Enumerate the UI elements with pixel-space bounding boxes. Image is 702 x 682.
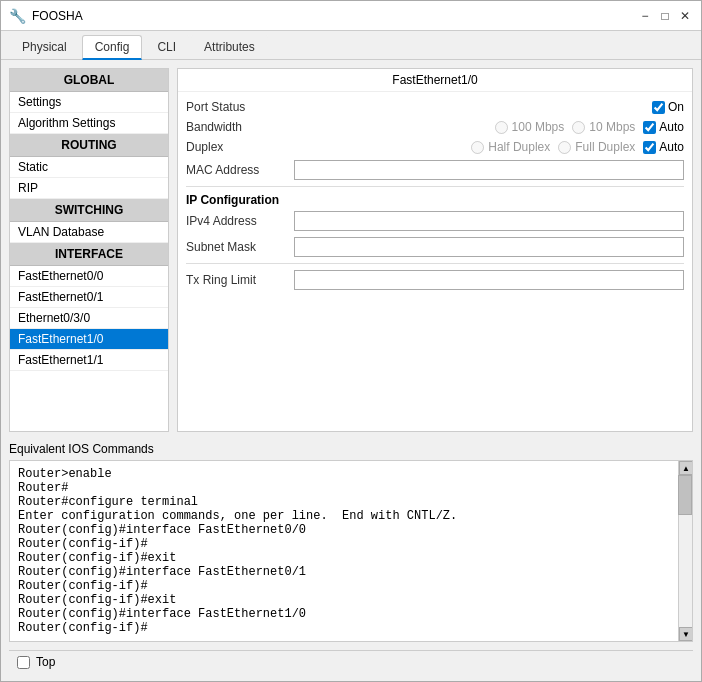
ios-commands-text: Router>enable Router# Router#configure t… [10,461,678,641]
ios-scrollbar[interactable]: ▲ ▼ [678,461,692,641]
scrollbar-thumb[interactable] [678,475,692,515]
sidebar-header-switching[interactable]: SWITCHING [10,199,168,222]
title-controls: − □ ✕ [637,8,693,24]
ip-config-header: IP Configuration [186,193,684,207]
title-bar-left: 🔧 FOOSHA [9,8,83,24]
main-window: 🔧 FOOSHA − □ ✕ Physical Config CLI Attri… [0,0,702,682]
sidebar-item-fastethernet0-0[interactable]: FastEthernet0/0 [10,266,168,287]
duplex-full-group: Full Duplex [558,140,635,154]
subnet-input[interactable]: 255.255.255.252 [294,237,684,257]
bandwidth-options: 100 Mbps 10 Mbps Auto [294,120,684,134]
bandwidth-100mbps-radio[interactable] [495,121,508,134]
bandwidth-label: Bandwidth [186,120,286,134]
sidebar: GLOBAL Settings Algorithm Settings ROUTI… [9,68,169,432]
bandwidth-auto-group: Auto [643,120,684,134]
duplex-label: Duplex [186,140,286,154]
duplex-auto-label: Auto [659,140,684,154]
sidebar-item-fastethernet1-0[interactable]: FastEthernet1/0 [10,329,168,350]
sidebar-item-fastethernet1-1[interactable]: FastEthernet1/1 [10,350,168,371]
duplex-half-group: Half Duplex [471,140,550,154]
ipv4-row: IPv4 Address 10.8.27.149 [186,211,684,231]
sidebar-item-settings[interactable]: Settings [10,92,168,113]
scrollbar-arrow-up[interactable]: ▲ [679,461,693,475]
sidebar-item-ethernet0-3-0[interactable]: Ethernet0/3/0 [10,308,168,329]
interface-title: FastEthernet1/0 [178,69,692,92]
scrollbar-track[interactable] [679,475,692,627]
bandwidth-10mbps-label: 10 Mbps [589,120,635,134]
tx-ring-label: Tx Ring Limit [186,273,286,287]
bandwidth-10mbps-group: 10 Mbps [572,120,635,134]
app-title: FOOSHA [32,9,83,23]
port-status-label: Port Status [186,100,286,114]
content-area: GLOBAL Settings Algorithm Settings ROUTI… [1,60,701,681]
tab-config[interactable]: Config [82,35,143,60]
port-status-checkbox[interactable] [652,101,665,114]
port-status-on-group: On [652,100,684,114]
scrollbar-arrow-down[interactable]: ▼ [679,627,693,641]
mac-address-row: MAC Address 00D0.FF10.9601 [186,160,684,180]
duplex-options: Half Duplex Full Duplex Auto [294,140,684,154]
tabs-bar: Physical Config CLI Attributes [1,31,701,60]
tab-attributes[interactable]: Attributes [191,35,268,59]
right-panel-content: Port Status On Bandwidth [178,92,692,431]
bandwidth-100mbps-label: 100 Mbps [512,120,565,134]
sidebar-item-rip[interactable]: RIP [10,178,168,199]
app-icon: 🔧 [9,8,26,24]
sidebar-item-static[interactable]: Static [10,157,168,178]
bandwidth-auto-checkbox[interactable] [643,121,656,134]
sidebar-header-global[interactable]: GLOBAL [10,69,168,92]
ios-commands-box: Router>enable Router# Router#configure t… [9,460,693,642]
bandwidth-auto-label: Auto [659,120,684,134]
port-status-on-label: On [668,100,684,114]
duplex-half-label: Half Duplex [488,140,550,154]
subnet-row: Subnet Mask 255.255.255.252 [186,237,684,257]
subnet-label: Subnet Mask [186,240,286,254]
duplex-full-radio[interactable] [558,141,571,154]
close-button[interactable]: ✕ [677,8,693,24]
duplex-half-radio[interactable] [471,141,484,154]
duplex-full-label: Full Duplex [575,140,635,154]
equivalent-ios-section: Equivalent IOS Commands Router>enable Ro… [9,440,693,642]
duplex-row: Duplex Half Duplex Full Duplex [186,140,684,154]
title-bar: 🔧 FOOSHA − □ ✕ [1,1,701,31]
port-status-options: On [294,100,684,114]
divider-2 [186,263,684,264]
tab-cli[interactable]: CLI [144,35,189,59]
top-label: Top [36,655,55,669]
maximize-button[interactable]: □ [657,8,673,24]
duplex-auto-checkbox[interactable] [643,141,656,154]
right-panel: FastEthernet1/0 Port Status On [177,68,693,432]
bandwidth-100mbps-group: 100 Mbps [495,120,565,134]
sidebar-header-interface[interactable]: INTERFACE [10,243,168,266]
sidebar-item-algorithm-settings[interactable]: Algorithm Settings [10,113,168,134]
minimize-button[interactable]: − [637,8,653,24]
bandwidth-row: Bandwidth 100 Mbps 10 Mbps [186,120,684,134]
ipv4-input[interactable]: 10.8.27.149 [294,211,684,231]
mac-address-label: MAC Address [186,163,286,177]
sidebar-scroll[interactable]: GLOBAL Settings Algorithm Settings ROUTI… [10,69,168,431]
tx-ring-row: Tx Ring Limit 10 [186,270,684,290]
main-panel: GLOBAL Settings Algorithm Settings ROUTI… [9,68,693,432]
sidebar-item-vlan-database[interactable]: VLAN Database [10,222,168,243]
tab-physical[interactable]: Physical [9,35,80,59]
divider-1 [186,186,684,187]
sidebar-item-fastethernet0-1[interactable]: FastEthernet0/1 [10,287,168,308]
bandwidth-10mbps-radio[interactable] [572,121,585,134]
tx-ring-input[interactable]: 10 [294,270,684,290]
equivalent-ios-label: Equivalent IOS Commands [9,440,693,458]
top-checkbox[interactable] [17,656,30,669]
sidebar-header-routing[interactable]: ROUTING [10,134,168,157]
bottom-bar: Top [9,650,693,673]
duplex-auto-group: Auto [643,140,684,154]
mac-address-input[interactable]: 00D0.FF10.9601 [294,160,684,180]
port-status-row: Port Status On [186,100,684,114]
ipv4-label: IPv4 Address [186,214,286,228]
